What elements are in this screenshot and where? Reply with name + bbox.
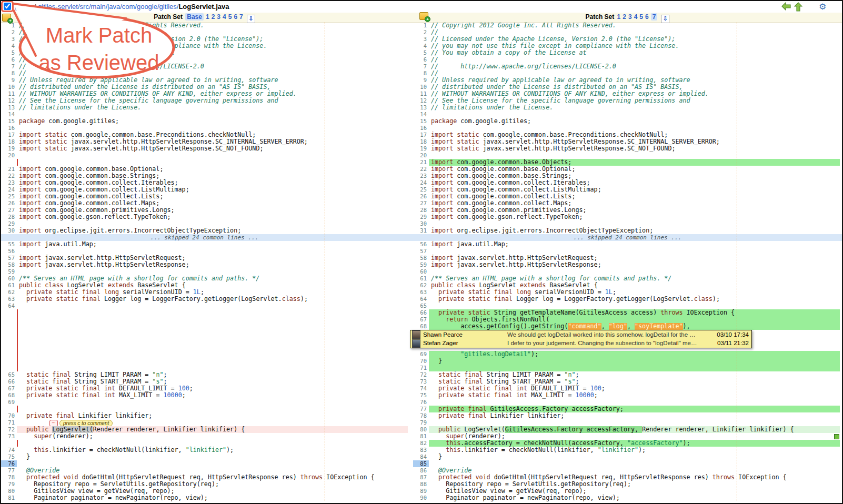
code-line[interactable]: // WITHOUT WARRANTIES OR CONDITIONS OF A…	[17, 90, 408, 97]
code-line[interactable]: GitilesView view = getView(req, repo);	[429, 488, 840, 495]
code-line[interactable]: /** Serves an HTML page with a shortlog …	[17, 275, 408, 282]
settings-gear-icon[interactable]: ⚙	[819, 2, 826, 12]
code-line[interactable]: Paginator paginator = newPaginator(repo,…	[429, 495, 840, 501]
code-line[interactable]: this.linkifier = checkNotNull(linkifier,…	[429, 447, 840, 453]
patchset-6[interactable]: 6	[234, 13, 237, 21]
code-line[interactable]: import com.google.common.collect.Maps;	[429, 200, 840, 207]
comment-row[interactable]: Stefan ZagerI defer to your judgement. C…	[410, 339, 751, 348]
breadcrumb-project-link[interactable]: gitiles	[15, 3, 32, 11]
code-line[interactable]: private static final long serialVersionU…	[17, 289, 408, 296]
code-line[interactable]: }	[429, 453, 840, 460]
code-line[interactable]: import javax.servlet.http.HttpServletReq…	[429, 255, 840, 261]
patchset-2[interactable]: 2	[623, 13, 626, 21]
code-line[interactable]: static final String LIMIT_PARAM = "n";	[17, 371, 408, 378]
code-line[interactable]: //	[429, 29, 840, 36]
code-line[interactable]: import com.google.common.base.Optional;	[17, 166, 408, 173]
code-line[interactable]: import static javax.servlet.http.HttpSer…	[429, 145, 840, 152]
code-line[interactable]	[429, 268, 840, 275]
up-to-change-icon[interactable]	[794, 2, 802, 14]
code-line[interactable]	[17, 125, 408, 132]
patchset-base[interactable]: Base	[185, 13, 204, 21]
code-line[interactable]	[429, 111, 840, 118]
patchset-4[interactable]: 4	[223, 13, 226, 21]
code-line[interactable]: access.getConfig().getString("command", …	[429, 323, 840, 330]
code-line[interactable]: Paginator paginator = newPaginator(repo,…	[17, 495, 408, 501]
code-line[interactable]	[429, 125, 840, 132]
code-line[interactable]: import javax.servlet.http.HttpServletReq…	[17, 255, 408, 261]
code-line[interactable]: GitilesView view = getView(req, repo);	[17, 488, 408, 495]
code-line[interactable]: import com.google.gson.reflect.TypeToken…	[429, 214, 840, 220]
code-line[interactable]: //	[17, 56, 408, 63]
code-line[interactable]: import javax.servlet.http.HttpServletRes…	[429, 261, 840, 268]
code-line[interactable]: import com.google.common.collect.Lists;	[429, 193, 840, 200]
code-line[interactable]: return Objects.firstNonNull(	[429, 316, 840, 323]
code-line[interactable]: import static javax.servlet.http.HttpSer…	[17, 145, 408, 152]
code-line[interactable]: package com.google.gitiles;	[429, 118, 840, 125]
code-line[interactable]	[429, 303, 840, 309]
code-line[interactable]	[429, 248, 840, 255]
code-line[interactable]: "gitiles.logDetail");	[429, 351, 840, 358]
code-line[interactable]: import com.google.common.base.Optional;	[429, 166, 840, 173]
code-line[interactable]: /** Serves an HTML page with a shortlog …	[429, 275, 840, 282]
download-icon-left[interactable]: ⇩	[247, 15, 255, 23]
code-line[interactable]: import java.util.Map;	[429, 241, 840, 248]
patchset-1[interactable]: 1	[617, 13, 621, 21]
code-line[interactable]: Repository repo = ServletUtils.getReposi…	[17, 481, 408, 488]
code-line[interactable]: import static com.google.common.base.Pre…	[429, 132, 840, 138]
inline-comment-thread[interactable]: Shawn PearceWe should get logDetail work…	[410, 330, 752, 348]
code-line[interactable]	[17, 248, 408, 255]
code-line[interactable]: import org.eclipse.jgit.errors.Incorrect…	[17, 227, 408, 234]
patchset-6[interactable]: 6	[645, 13, 649, 21]
code-line[interactable]: import com.google.common.base.Objects;	[429, 159, 840, 166]
code-line[interactable]: // WITHOUT WARRANTIES OR CONDITIONS OF A…	[429, 90, 840, 97]
code-line[interactable]: // Copyright 2012 Google Inc. All Rights…	[17, 22, 408, 29]
code-line[interactable]	[17, 152, 408, 159]
code-line[interactable]: super(renderer);	[429, 433, 840, 440]
code-line[interactable]: // distributed under the License is dist…	[429, 84, 840, 90]
patchset-2[interactable]: 2	[212, 13, 215, 21]
code-line[interactable]: private static final int MAX_LIMIT = 100…	[17, 392, 408, 399]
code-line[interactable]: // Unless required by applicable law or …	[17, 77, 408, 84]
code-line[interactable]: import org.eclipse.jgit.errors.Incorrect…	[429, 227, 840, 234]
code-line[interactable]	[17, 309, 408, 316]
add-file-comment-icon-right[interactable]	[419, 12, 428, 20]
code-line[interactable]: import com.google.gson.reflect.TypeToken…	[17, 214, 408, 220]
code-line[interactable]: public class LogServlet extends BaseServ…	[429, 282, 840, 289]
code-line[interactable]: package com.google.gitiles;	[17, 118, 408, 125]
code-line[interactable]: public class LogServlet extends BaseServ…	[17, 282, 408, 289]
code-line[interactable]: private static final Logger log = Logger…	[429, 296, 840, 303]
code-line[interactable]: this.accessFactory = checkNotNull(access…	[429, 440, 840, 447]
code-line[interactable]	[17, 351, 408, 358]
code-line[interactable]	[17, 220, 408, 227]
code-line[interactable]: this.linkifier = checkNotNull(linkifier,…	[17, 447, 408, 453]
patchset-3[interactable]: 3	[217, 13, 220, 21]
code-line[interactable]: // You may obtain a copy of the License …	[17, 49, 408, 56]
patchset-7[interactable]: 7	[651, 13, 658, 21]
code-line[interactable]: import com.google.common.primitives.Long…	[429, 207, 840, 214]
code-line[interactable]: // You may obtain a copy of the License …	[429, 49, 840, 56]
patchset-7[interactable]: 7	[239, 13, 243, 21]
code-line[interactable]	[429, 419, 840, 426]
code-line[interactable]	[17, 323, 408, 330]
code-line[interactable]: import static com.google.common.base.Pre…	[17, 132, 408, 138]
code-line[interactable]: Repository repo = ServletUtils.getReposi…	[429, 481, 840, 488]
code-line[interactable]: // distributed under the License is dist…	[17, 84, 408, 90]
code-line[interactable]	[17, 399, 408, 406]
code-line[interactable]: // Copyright 2012 Google Inc. All Rights…	[429, 22, 840, 29]
code-line[interactable]: super(renderer);	[17, 433, 408, 440]
code-line[interactable]: @Override	[429, 467, 840, 474]
code-line[interactable]: // you may not use this file except in c…	[17, 43, 408, 49]
code-line[interactable]	[17, 406, 408, 412]
code-line[interactable]: //	[17, 70, 408, 77]
code-line[interactable]: }	[429, 358, 840, 365]
code-line[interactable]: private final Linkifier linkifier;	[429, 412, 840, 419]
code-line[interactable]: // See the License for the specific lang…	[17, 97, 408, 104]
code-line[interactable]: // See the License for the specific lang…	[429, 97, 840, 104]
code-line[interactable]: public LogServlet(GitilesAccess.Factory …	[429, 426, 840, 433]
patchset-3[interactable]: 3	[628, 13, 632, 21]
code-line[interactable]	[429, 220, 840, 227]
skipped-lines-bar[interactable]: ... skipped 24 common lines ...... skipp…	[1, 234, 842, 241]
code-line[interactable]: // Licensed under the Apache License, Ve…	[17, 36, 408, 43]
code-line[interactable]: public LogServlet(Renderer renderer, Lin…	[17, 426, 408, 433]
code-line[interactable]	[429, 399, 840, 406]
